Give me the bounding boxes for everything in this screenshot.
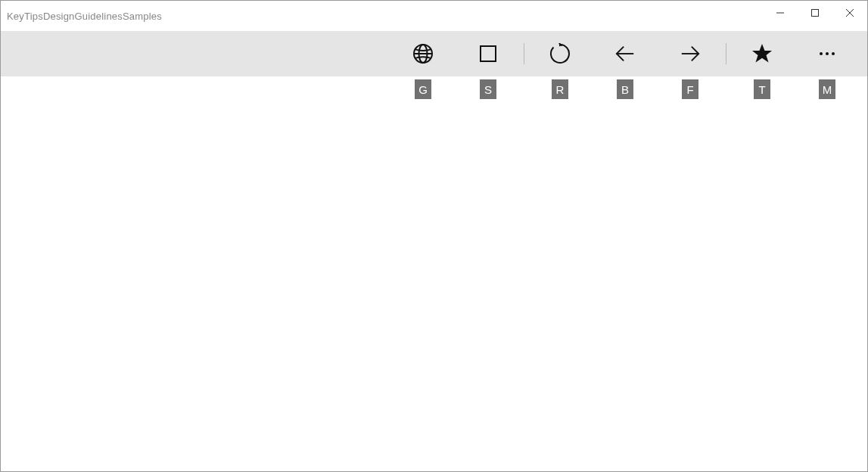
keytip-more: M <box>819 79 835 99</box>
globe-button[interactable]: G <box>390 31 456 76</box>
svg-point-12 <box>820 52 823 55</box>
forward-arrow-icon <box>680 43 701 64</box>
keytip-refresh: R <box>552 79 568 99</box>
more-button[interactable]: M <box>795 31 860 76</box>
svg-point-14 <box>832 52 835 55</box>
keytip-globe: G <box>415 79 431 99</box>
stop-icon <box>478 43 499 64</box>
svg-point-13 <box>826 52 829 55</box>
command-toolbar: G S R <box>1 31 867 76</box>
keytip-forward: F <box>682 79 698 99</box>
svg-marker-11 <box>752 44 772 63</box>
keytip-stop: S <box>480 79 496 99</box>
favorite-button[interactable]: T <box>730 31 795 76</box>
minimize-icon <box>776 8 785 17</box>
svg-rect-1 <box>812 10 819 17</box>
refresh-icon <box>549 43 571 64</box>
titlebar: KeyTipsDesignGuidelinesSamples <box>1 1 867 31</box>
close-icon <box>845 8 854 17</box>
toolbar-separator-2 <box>726 43 726 64</box>
maximize-button[interactable] <box>798 1 832 25</box>
keytip-back: B <box>617 79 633 99</box>
back-button[interactable]: B <box>593 31 658 76</box>
minimize-button[interactable] <box>763 1 798 25</box>
forward-button[interactable]: F <box>658 31 723 76</box>
toolbar-separator-1 <box>524 43 524 64</box>
svg-rect-7 <box>481 46 496 61</box>
toolbar-wrapper: G S R <box>1 31 867 76</box>
back-arrow-icon <box>614 43 636 64</box>
star-icon <box>751 43 773 64</box>
window-controls <box>763 1 867 25</box>
globe-icon <box>412 43 434 64</box>
maximize-icon <box>810 8 820 17</box>
window-title: KeyTipsDesignGuidelinesSamples <box>7 11 162 22</box>
more-icon <box>817 43 838 64</box>
close-button[interactable] <box>832 1 867 25</box>
stop-button[interactable]: S <box>456 31 521 76</box>
keytip-favorite: T <box>754 79 770 99</box>
refresh-button[interactable]: R <box>527 31 593 76</box>
